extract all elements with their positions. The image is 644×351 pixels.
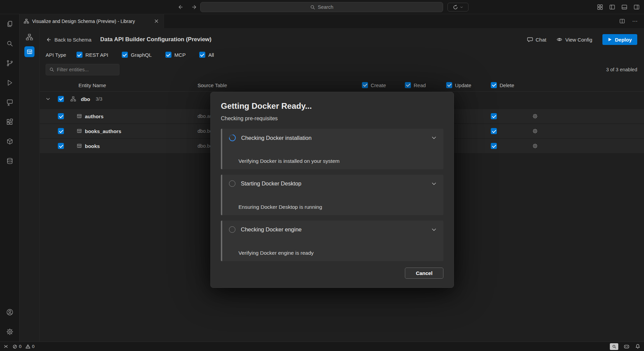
- data-api-builder-icon[interactable]: [24, 46, 34, 57]
- editor-actions: ⋯: [618, 14, 644, 28]
- create-all-checkbox[interactable]: [362, 82, 368, 88]
- warning-icon: [25, 344, 30, 349]
- rest-api-checkbox[interactable]: [76, 52, 83, 58]
- search-icon: [49, 67, 54, 72]
- chat-label: Chat: [536, 37, 547, 43]
- delete-checkbox[interactable]: [491, 113, 497, 119]
- chevron-down-icon[interactable]: [431, 181, 437, 186]
- row-checkbox[interactable]: [58, 128, 64, 134]
- history-nav: [177, 0, 198, 14]
- cancel-button[interactable]: Cancel: [405, 268, 443, 279]
- source-control-icon[interactable]: [0, 53, 19, 73]
- view-config-button[interactable]: View Config: [556, 36, 592, 43]
- tab-icon: [24, 19, 29, 24]
- schema-icon: [70, 96, 76, 102]
- deploy-button[interactable]: Deploy: [602, 34, 637, 45]
- tab-visualize-schema[interactable]: Visualize and Design Schema (Preview) - …: [20, 14, 164, 28]
- remote-window-icon[interactable]: [0, 93, 19, 112]
- search-placeholder: Search: [318, 4, 334, 10]
- step-label: Checking Docker installation: [241, 135, 312, 141]
- row-checkbox[interactable]: [58, 113, 64, 119]
- copilot-icon[interactable]: [623, 343, 630, 350]
- chevron-down-icon: [460, 6, 463, 9]
- page-actions: Chat View Config Deploy: [527, 34, 637, 45]
- api-option-graphql: GraphQL: [122, 52, 152, 58]
- delete-checkbox[interactable]: [491, 128, 497, 134]
- containers-icon[interactable]: [0, 132, 19, 151]
- forward-arrow-icon[interactable]: [191, 3, 198, 11]
- read-all-checkbox[interactable]: [405, 82, 411, 88]
- column-delete: Delete: [500, 82, 514, 88]
- designer-rail: [20, 28, 40, 342]
- toggle-secondary-sidebar-icon[interactable]: [632, 3, 641, 11]
- search-icon[interactable]: [0, 34, 19, 53]
- settings-gear-icon[interactable]: [0, 322, 19, 342]
- step-docker-installation: Checking Docker installation Verifying D…: [221, 129, 443, 169]
- toggle-sidebar-icon[interactable]: [608, 3, 616, 11]
- pending-circle-icon: [229, 180, 235, 187]
- docker-steps: Checking Docker installation Verifying D…: [221, 129, 443, 261]
- customize-layout-icon[interactable]: [596, 3, 604, 11]
- table-icon: [77, 114, 82, 119]
- refresh-icon: [453, 5, 458, 10]
- filter-entities-input[interactable]: [57, 67, 116, 72]
- graphql-checkbox[interactable]: [122, 52, 128, 58]
- step-label: Starting Docker Desktop: [241, 180, 301, 187]
- gear-icon[interactable]: [532, 113, 538, 119]
- entity-name: authors: [85, 114, 104, 119]
- graphql-label: GraphQL: [131, 52, 152, 58]
- chevron-down-icon[interactable]: [431, 227, 437, 232]
- back-to-schema-link[interactable]: Back to Schema: [46, 37, 91, 43]
- step-header[interactable]: Checking Docker installation: [222, 129, 443, 141]
- database-icon[interactable]: [0, 151, 19, 171]
- problems-indicator[interactable]: 0 0: [13, 344, 34, 349]
- schema-designer-icon[interactable]: [24, 32, 35, 42]
- tab-title: Visualize and Design Schema (Preview) - …: [32, 19, 135, 24]
- play-icon: [608, 37, 612, 42]
- update-all-checkbox[interactable]: [446, 82, 452, 88]
- zoom-indicator[interactable]: [610, 343, 618, 350]
- column-entity-name: Entity Name: [78, 82, 106, 88]
- error-icon: [13, 344, 17, 349]
- explorer-icon[interactable]: [0, 14, 19, 34]
- error-count: 0: [19, 344, 22, 349]
- extensions-icon[interactable]: [0, 112, 19, 132]
- entity-name: books_authors: [85, 128, 121, 134]
- column-update: Update: [455, 82, 471, 88]
- row-checkbox[interactable]: [58, 143, 64, 149]
- split-editor-icon[interactable]: [618, 18, 626, 25]
- toggle-panel-icon[interactable]: [620, 3, 628, 11]
- step-detail: Verifying Docker engine is ready: [238, 250, 314, 256]
- close-icon[interactable]: [153, 18, 160, 25]
- chat-icon: [527, 36, 533, 43]
- run-debug-icon[interactable]: [0, 73, 19, 93]
- accounts-icon[interactable]: [0, 302, 19, 322]
- bell-icon[interactable]: [635, 344, 641, 349]
- chevron-down-icon[interactable]: [46, 97, 50, 101]
- mcp-checkbox[interactable]: [165, 52, 171, 58]
- command-center-search[interactable]: Search: [200, 2, 443, 12]
- step-header[interactable]: Checking Docker engine: [222, 221, 443, 233]
- api-option-mcp: MCP: [165, 52, 186, 58]
- api-option-rest: REST API: [76, 52, 108, 58]
- gear-icon[interactable]: [532, 128, 538, 134]
- deploy-label: Deploy: [615, 37, 632, 43]
- back-arrow-icon[interactable]: [177, 3, 184, 11]
- remote-indicator[interactable]: [3, 344, 8, 349]
- group-checkbox[interactable]: [58, 96, 64, 102]
- delete-all-checkbox[interactable]: [491, 82, 497, 88]
- page-header-row: Back to Schema Data API Builder Configur…: [46, 31, 637, 48]
- chat-button[interactable]: Chat: [527, 36, 547, 43]
- all-checkbox[interactable]: [199, 52, 205, 58]
- gear-icon[interactable]: [532, 143, 538, 149]
- filter-entities-box: [46, 64, 119, 75]
- chevron-down-icon[interactable]: [431, 135, 437, 141]
- titlebar-control[interactable]: [447, 3, 468, 11]
- spinner-icon: [228, 133, 237, 143]
- enabled-status: 3 of 3 enabled: [606, 67, 637, 72]
- delete-checkbox[interactable]: [491, 143, 497, 149]
- back-label: Back to Schema: [54, 37, 91, 43]
- warning-count: 0: [32, 344, 35, 349]
- step-header[interactable]: Starting Docker Desktop: [222, 175, 443, 187]
- more-actions-icon[interactable]: ⋯: [631, 18, 639, 25]
